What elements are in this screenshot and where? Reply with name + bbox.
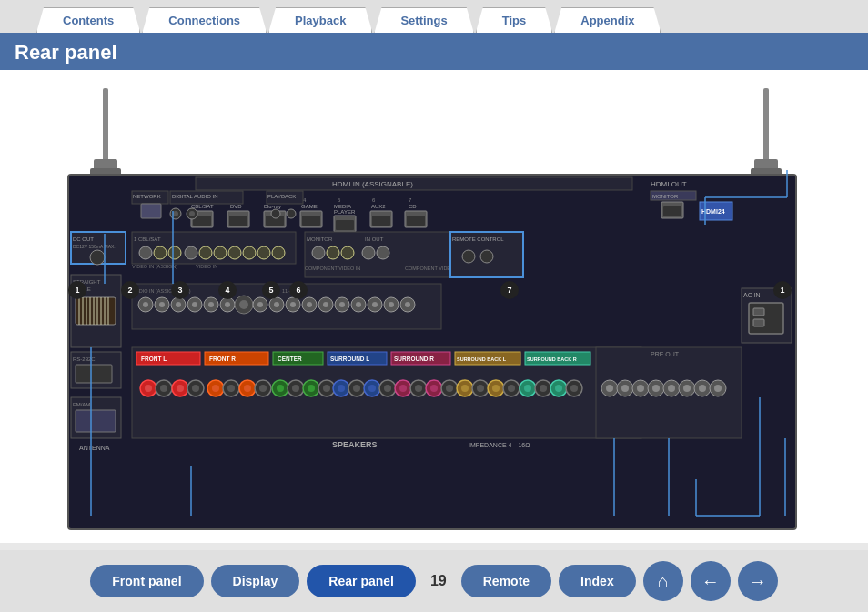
svg-point-98	[192, 302, 197, 307]
svg-point-120	[372, 302, 378, 307]
svg-point-207	[492, 385, 500, 392]
svg-point-69	[214, 246, 227, 259]
svg-text:DC OUT: DC OUT	[73, 236, 94, 242]
svg-text:CD: CD	[409, 204, 417, 209]
svg-point-167	[177, 385, 184, 392]
svg-point-199	[430, 385, 438, 392]
page-title: Rear panel	[0, 35, 868, 70]
rear-panel-button[interactable]: Rear panel	[307, 565, 416, 597]
svg-point-64	[139, 246, 152, 259]
forward-button[interactable]: →	[738, 561, 778, 601]
svg-point-177	[259, 385, 267, 392]
svg-point-215	[555, 385, 562, 392]
svg-text:ANTENNA: ANTENNA	[79, 445, 110, 451]
marker-1b: 1	[773, 281, 792, 299]
tab-tips[interactable]: Tips	[476, 7, 553, 33]
svg-point-106	[257, 302, 263, 307]
svg-point-56	[271, 209, 280, 218]
svg-point-67	[185, 246, 197, 259]
svg-point-124	[405, 302, 410, 307]
svg-point-118	[356, 302, 361, 307]
svg-point-61	[90, 250, 105, 265]
svg-point-197	[415, 385, 422, 392]
svg-point-234	[652, 385, 660, 392]
svg-point-66	[168, 246, 181, 259]
svg-point-73	[272, 246, 285, 259]
svg-point-238	[683, 385, 691, 392]
remote-button[interactable]: Remote	[461, 565, 551, 597]
tab-playback[interactable]: Playback	[268, 7, 372, 33]
svg-text:FM/AM: FM/AM	[73, 402, 90, 407]
svg-text:REMOTE CONTROL: REMOTE CONTROL	[452, 236, 504, 242]
svg-point-89	[480, 250, 493, 263]
svg-rect-30	[336, 220, 354, 230]
svg-text:DVD: DVD	[230, 204, 242, 209]
svg-rect-17	[229, 216, 247, 226]
svg-point-110	[290, 302, 296, 307]
marker-3: 3	[171, 281, 189, 299]
svg-text:FRONT L: FRONT L	[141, 356, 167, 362]
svg-text:PLAYBACK: PLAYBACK	[267, 194, 296, 199]
marker-6: 6	[289, 281, 308, 299]
svg-point-211	[524, 385, 531, 392]
svg-point-96	[176, 302, 181, 307]
svg-point-163	[145, 385, 152, 392]
svg-text:AUX2: AUX2	[371, 204, 386, 209]
svg-point-201	[446, 385, 453, 392]
display-button[interactable]: Display	[211, 565, 300, 597]
front-panel-button[interactable]: Front panel	[90, 565, 203, 597]
svg-point-191	[368, 385, 376, 392]
index-button[interactable]: Index	[559, 565, 636, 597]
svg-text:COMPONENT VIDEO IN: COMPONENT VIDEO IN	[305, 266, 360, 271]
bottom-nav: Front panel Display Rear panel 19 Remote…	[0, 550, 868, 612]
marker-2: 2	[121, 281, 139, 299]
back-button[interactable]: ←	[691, 561, 731, 601]
tab-contents[interactable]: Contents	[36, 7, 140, 33]
svg-point-72	[257, 246, 270, 259]
svg-point-173	[227, 385, 235, 392]
svg-point-181	[292, 385, 299, 392]
svg-text:RS-232C: RS-232C	[73, 356, 96, 362]
svg-text:PLAYER: PLAYER	[334, 209, 356, 215]
svg-rect-34	[372, 216, 390, 226]
svg-rect-38	[407, 216, 425, 226]
svg-rect-25	[302, 216, 320, 226]
svg-text:VIDEO IN (ASSIGN): VIDEO IN (ASSIGN)	[132, 264, 177, 269]
svg-point-53	[189, 211, 195, 216]
svg-rect-145	[76, 410, 116, 432]
svg-text:GAME: GAME	[301, 204, 318, 209]
svg-point-185	[323, 385, 330, 392]
home-button[interactable]: ⌂	[643, 561, 683, 601]
svg-point-228	[606, 385, 613, 392]
svg-text:CBL/SAT: CBL/SAT	[191, 204, 214, 209]
svg-point-92	[143, 302, 148, 307]
svg-text:SURROUND L: SURROUND L	[330, 356, 369, 362]
svg-rect-223	[753, 308, 764, 316]
svg-text:MONITOR: MONITOR	[652, 194, 679, 199]
svg-text:DC12V 150mA MAX.: DC12V 150mA MAX.	[73, 244, 116, 249]
svg-point-183	[308, 385, 315, 392]
svg-point-205	[477, 385, 484, 392]
svg-point-193	[384, 385, 391, 392]
nav-tabs: Contents Connections Playback Settings T…	[0, 0, 868, 35]
tab-connections[interactable]: Connections	[142, 7, 267, 33]
svg-text:SURROUND R: SURROUND R	[394, 356, 434, 362]
svg-point-179	[277, 385, 284, 392]
svg-point-70	[228, 246, 241, 259]
svg-point-116	[339, 302, 345, 307]
svg-text:MONITOR: MONITOR	[307, 236, 333, 242]
svg-text:SPEAKERS: SPEAKERS	[332, 440, 378, 449]
svg-point-88	[462, 250, 475, 263]
svg-point-209	[508, 385, 515, 392]
svg-point-112	[307, 302, 312, 307]
svg-point-68	[199, 246, 212, 259]
svg-text:DIGITAL AUDIO IN: DIGITAL AUDIO IN	[172, 194, 218, 199]
svg-point-71	[243, 246, 256, 259]
svg-rect-142	[76, 365, 112, 383]
svg-point-171	[212, 385, 219, 392]
tab-settings[interactable]: Settings	[374, 7, 473, 33]
svg-point-65	[154, 246, 167, 259]
svg-text:HDMI OUT: HDMI OUT	[651, 180, 687, 188]
tab-appendix[interactable]: Appendix	[554, 7, 661, 33]
svg-text:PRE OUT: PRE OUT	[651, 351, 680, 357]
